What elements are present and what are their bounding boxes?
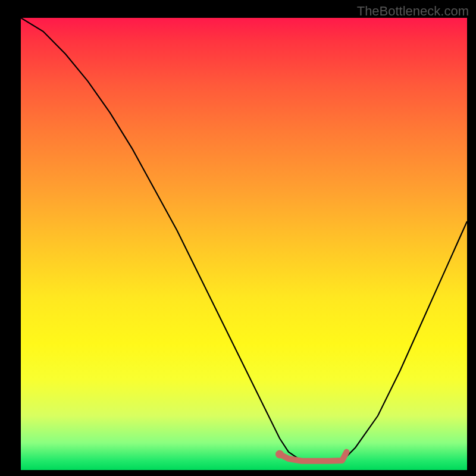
highlight-marker (275, 450, 284, 458)
chart-container: TheBottleneck.com (0, 0, 476, 476)
bottleneck-curve (21, 18, 467, 461)
plot-area (21, 18, 467, 470)
watermark-text: TheBottleneck.com (357, 4, 469, 19)
chart-svg (21, 18, 467, 470)
